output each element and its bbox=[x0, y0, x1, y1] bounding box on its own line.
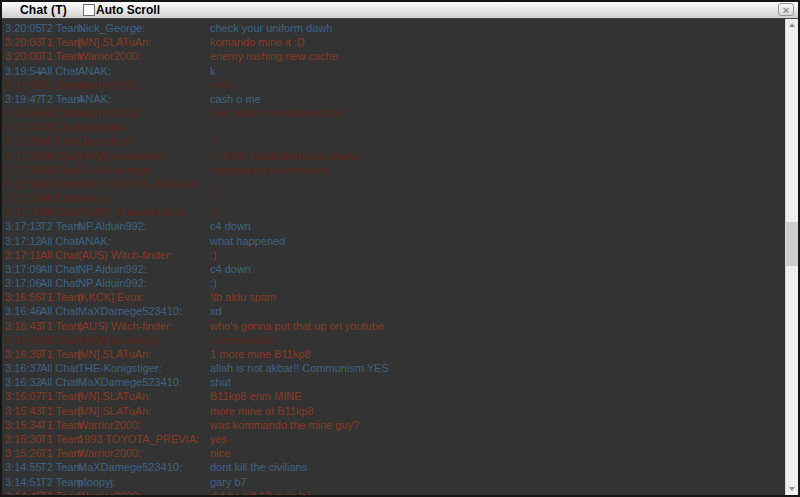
chat-player-name: NP.Alduin992: bbox=[78, 277, 147, 289]
chat-timestamp: 3:16:39 bbox=[5, 348, 42, 360]
chat-row: 3:16:32 All Chat MaXDamege523410: shut bbox=[2, 375, 785, 389]
chat-row: 3:14:51 T2 Team ploopyj: gary b7 bbox=[2, 475, 785, 489]
chat-message: did he kill 13 civis lol bbox=[210, 490, 310, 495]
chat-row: 3:16:39 T1 Team [VN].SLATuAn: 1 more min… bbox=[2, 347, 785, 361]
chat-row: 3:17:12 All Chat ANAK: what happened bbox=[2, 234, 785, 248]
scrollbar-thumb[interactable] bbox=[786, 222, 799, 266]
chat-player-name: ]AmA[ namarrkon: bbox=[78, 150, 167, 162]
chat-timestamp: 3:17:29 bbox=[5, 178, 42, 190]
chat-channel: All Chat bbox=[40, 235, 79, 247]
chat-timestamp: 3:20:05 bbox=[5, 22, 42, 34]
chat-channel: T1 Team bbox=[40, 36, 83, 48]
chat-channel: T1 Team bbox=[40, 419, 83, 431]
auto-scroll-checkbox[interactable] bbox=[83, 4, 95, 16]
chat-message: :) bbox=[210, 178, 217, 190]
chat-channel: T2 Team bbox=[40, 93, 83, 105]
chat-scrollbar[interactable] bbox=[785, 19, 798, 495]
chat-row: 3:16:43 T1 Team {AUS} Witch-finder: who'… bbox=[2, 319, 785, 333]
chat-player-name: DutchCourage: bbox=[78, 164, 152, 176]
chat-channel: T2 Team bbox=[40, 461, 83, 473]
chat-row: 3:17:32 All Chat GlassHead: :) bbox=[2, 134, 785, 148]
chat-row: 3:20:05 T2 Team Nick_George: check your … bbox=[2, 21, 785, 35]
chat-row: 3:19:54 All Chat ANAK: k bbox=[2, 64, 785, 78]
chat-player-name: Warrior2000: bbox=[78, 50, 141, 62]
chevron-down-icon bbox=[789, 487, 795, 491]
chat-channel: All Chat bbox=[40, 249, 79, 261]
chat-timestamp: 3:17:06 bbox=[5, 277, 42, 289]
chat-channel: T2 Team bbox=[40, 22, 83, 34]
chat-channel: All Chat bbox=[40, 362, 79, 374]
chat-row: 3:19:36 All Chat Warrior2000: your team … bbox=[2, 106, 785, 120]
chat-timestamp: 3:19:50 bbox=[5, 79, 42, 91]
chat-message: :) bbox=[210, 121, 217, 133]
chat-message: c4 down bbox=[210, 263, 251, 275]
chat-row: 3:19:47 T2 Team ANAK: cash o me bbox=[2, 92, 785, 106]
chat-timestamp: 3:17:14 bbox=[5, 206, 42, 218]
chat-timestamp: 3:17:30 bbox=[5, 150, 42, 162]
chat-player-name: ANAK: bbox=[78, 93, 111, 105]
chat-player-name: ]AmA[ Iguanadjy: bbox=[78, 334, 162, 346]
chat-row: 3:15:34 T1 Team Warrior2000: was kommand… bbox=[2, 418, 785, 432]
chat-timestamp: 3:17:13 bbox=[5, 220, 42, 232]
chat-channel: All Chat bbox=[40, 305, 79, 317]
close-button[interactable]: × bbox=[778, 3, 794, 16]
chat-channel: T2 Team bbox=[40, 220, 83, 232]
chat-message: B11kp8 enm MINE bbox=[210, 390, 302, 402]
chat-timestamp: 3:17:37 bbox=[5, 121, 42, 133]
chat-message: enemy rushing new cache bbox=[210, 50, 338, 62]
chat-row: 3:16:55 T1 Team [KKCK] Evox: !tb aldu sp… bbox=[2, 290, 785, 304]
chat-channel: All Chat bbox=[40, 334, 79, 346]
chat-player-name: Warrior2000: bbox=[78, 447, 141, 459]
chat-player-name: {AUS} Witch-finder: bbox=[78, 249, 173, 261]
chat-timestamp: 3:17:23 bbox=[5, 192, 42, 204]
chat-player-name: [VN].SLATuAn: bbox=[78, 36, 151, 48]
chat-row: 3:17:29 All Chat 1993 TOYOTA_PREVIA: :) bbox=[2, 177, 785, 191]
chat-row: 3:19:50 T1 Team Warrior2000: evox bbox=[2, 78, 785, 92]
chat-message: what happened bbox=[210, 235, 285, 247]
chat-message: c4 down bbox=[210, 220, 251, 232]
chat-player-name: MaXDamege523410: bbox=[78, 376, 182, 388]
chat-player-name: Warrior2000: bbox=[78, 79, 141, 91]
chat-timestamp: 3:16:43 bbox=[5, 320, 42, 332]
chat-channel: All Chat bbox=[40, 65, 79, 77]
chat-row: 3:16:46 All Chat MaXDamege523410: xd bbox=[2, 304, 785, 318]
chat-window: Chat (T) Auto Scroll × 3:20:05 T2 Team N… bbox=[0, 0, 800, 497]
chat-row: 3:15:26 T1 Team Warrior2000: nice bbox=[2, 446, 785, 460]
chat-message: :) bbox=[210, 249, 217, 261]
chat-player-name: 1993 TOYOTA_PREVIA: bbox=[78, 178, 199, 190]
auto-scroll-label[interactable]: Auto Scroll bbox=[96, 3, 160, 17]
chat-channel: T1 Team bbox=[40, 291, 83, 303]
chat-timestamp: 3:16:37 bbox=[5, 362, 42, 374]
chat-player-name: [KKCK] Evox: bbox=[78, 291, 145, 303]
chat-timestamp: 3:16:46 bbox=[5, 305, 42, 317]
chat-row: 3:17:23 All Chat Iamuy: :) bbox=[2, 191, 785, 205]
scrollbar-down-button[interactable] bbox=[786, 482, 799, 495]
chat-timestamp: 3:19:54 bbox=[5, 65, 42, 77]
chat-message: xd bbox=[210, 305, 222, 317]
chat-row: 3:16:42 All Chat ]AmA[ Iguanadjy: Komman… bbox=[2, 333, 785, 347]
chat-log: 3:20:05 T2 Team Nick_George: check your … bbox=[2, 19, 785, 495]
chat-channel: T1 Team bbox=[40, 50, 83, 62]
chat-message: evox bbox=[210, 79, 233, 91]
auto-scroll-control: Auto Scroll bbox=[83, 3, 160, 17]
chat-message: KommandoX - bbox=[210, 334, 280, 346]
chat-channel: T2 Team bbox=[40, 476, 83, 488]
chat-channel: T1 Team bbox=[40, 320, 83, 332]
chat-row: 3:20:00 T1 Team Warrior2000: enemy rushi… bbox=[2, 49, 785, 63]
chat-channel: All Chat bbox=[40, 263, 79, 275]
chat-message: :) bbox=[210, 277, 217, 289]
chat-channel: T1 Team bbox=[40, 447, 83, 459]
chat-row: 3:14:45 T1 Team Warrior2000: did he kill… bbox=[2, 489, 785, 495]
chat-channel: T1 Team bbox=[40, 405, 83, 417]
chat-player-name: ANAK: bbox=[78, 65, 111, 77]
scrollbar-up-button[interactable] bbox=[786, 19, 799, 32]
chat-row: 3:17:06 All Chat NP.Alduin992: :) bbox=[2, 276, 785, 290]
chat-channel: T1 Team bbox=[40, 433, 83, 445]
chat-channel: All Chat bbox=[40, 164, 79, 176]
chat-timestamp: 3:19:47 bbox=[5, 93, 42, 105]
chat-message: komando mine it :D bbox=[210, 36, 305, 48]
chat-timestamp: 3:16:07 bbox=[5, 390, 42, 402]
chat-player-name: ploopyj: bbox=[78, 476, 116, 488]
chat-channel: T1 Team bbox=[40, 79, 83, 91]
chat-player-name: NP.Alduin992: bbox=[78, 263, 147, 275]
